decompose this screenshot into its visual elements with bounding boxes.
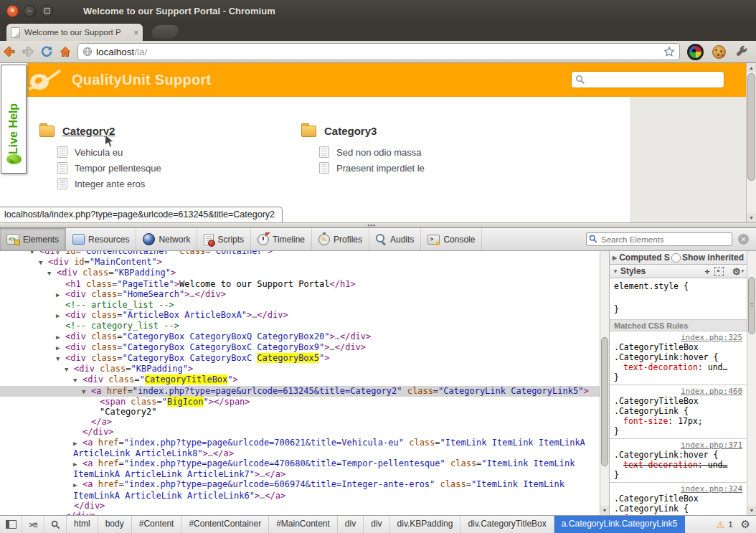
dom-tree-node[interactable]: ▼<div class="CategoryTitleBox"> [0, 374, 600, 385]
styles-settings-button[interactable]: ⚙▾ [728, 267, 744, 276]
elements-scrollbar-thumb[interactable] [601, 337, 608, 466]
statusbar-search-button[interactable] [44, 516, 67, 533]
css-selector[interactable]: .CategoryLink:hover { [614, 450, 742, 460]
dom-tree-node[interactable]: ▶<div class="CategoryBox CategoryBoxC Ca… [0, 342, 600, 353]
devtools-search-input[interactable] [586, 232, 732, 246]
dom-tree-node[interactable]: ▼<div class="KBPadding"> [0, 268, 600, 278]
dom-tree-node[interactable]: <span class="BigIcon"></span> [0, 397, 600, 407]
page-scrollbar-thumb[interactable] [747, 73, 755, 181]
dom-tree-node[interactable]: </a> [0, 417, 600, 427]
warning-icon[interactable]: ⚠ [717, 519, 725, 530]
dom-tree-node[interactable]: ▼<a href="index.php?type=page&urlcode=61… [0, 386, 600, 397]
site-search-box[interactable] [571, 71, 724, 88]
expand-arrow-icon[interactable]: ▶ [73, 438, 82, 448]
elements-scrollbar[interactable]: ▼ [600, 251, 609, 515]
expand-arrow-icon[interactable]: ▼ [73, 375, 82, 385]
breadcrumb-item[interactable]: #MainContent [269, 516, 338, 533]
expand-arrow-icon[interactable]: ▶ [73, 459, 82, 469]
article-link[interactable]: Sed non odio massa [319, 144, 425, 160]
css-property[interactable]: text-decoration: und… [614, 460, 742, 470]
scroll-down-icon[interactable]: ▼ [747, 213, 756, 222]
dom-tree-node[interactable]: ▶<div class="HomeSearch">…</div> [0, 289, 600, 300]
devtools-tab-resources[interactable]: Resources [66, 228, 136, 250]
breadcrumb-item[interactable]: body [98, 516, 132, 533]
new-tab-button[interactable] [151, 25, 180, 39]
expand-arrow-icon[interactable]: ▶ [56, 290, 65, 300]
element-style-rule[interactable]: element.style { } [610, 278, 747, 319]
devtools-tab-scripts[interactable]: Scripts [197, 228, 251, 250]
wrench-menu-icon[interactable] [734, 45, 749, 58]
dom-tree-node[interactable]: ▶<a href="index.php?type=page&urlcode=60… [0, 479, 600, 500]
css-rule-source-link[interactable]: index.php:460 [681, 387, 742, 396]
page-scrollbar[interactable]: ▲ ▼ [746, 63, 756, 222]
dom-tree-node[interactable]: ▶<div class="ArticleBox ArticleBoxA">…</… [0, 310, 600, 321]
expand-arrow-icon[interactable]: ▼ [47, 268, 57, 278]
expand-arrow-icon[interactable]: ▶ [56, 343, 65, 353]
devtools-splitter[interactable]: ⋯ [0, 222, 756, 228]
breadcrumb-item[interactable]: div [364, 516, 389, 533]
dom-tree-node[interactable]: "Category2" [0, 407, 600, 417]
window-minimize-button[interactable]: – [24, 5, 36, 17]
search-clear-icon[interactable]: ✕ [738, 234, 749, 245]
cookie-extension-icon[interactable] [712, 45, 726, 59]
dom-tree-node[interactable]: ▼<div id="MainContent"> [0, 257, 600, 268]
breadcrumb-item[interactable]: html [67, 516, 98, 533]
styles-section-header[interactable]: ▼ Styles + ⚙▾ [610, 265, 747, 278]
forward-button[interactable] [19, 43, 37, 60]
home-button[interactable] [56, 43, 75, 60]
dock-side-button[interactable] [0, 516, 22, 533]
live-help-tab[interactable]: Live Help [1, 65, 27, 174]
reload-button[interactable] [37, 43, 56, 60]
scroll-down-icon[interactable]: ▼ [600, 506, 609, 515]
warning-count[interactable]: 1 [728, 520, 732, 529]
dom-tree-node[interactable]: </div> [0, 501, 600, 511]
dom-tree-node[interactable]: <!-- article_list --> [0, 300, 600, 310]
dom-tree-node[interactable]: ▶<a href="index.php?type=page&urlcode=47… [0, 458, 600, 479]
devtools-tab-elements[interactable]: Elements [0, 228, 66, 250]
show-inherited-checkbox[interactable] [671, 253, 681, 263]
dom-tree-node[interactable]: ▼<div class="KBPadding"> [0, 364, 600, 374]
expand-arrow-icon[interactable]: ▼ [30, 251, 39, 257]
breadcrumb-item[interactable]: div.KBPadding [390, 516, 461, 533]
css-selector[interactable]: .CategoryTitleBox [614, 396, 742, 406]
article-link[interactable]: Tempor pellentesque [57, 160, 161, 176]
computed-style-section-header[interactable]: ▶ Computed Style Show inherited [610, 251, 747, 265]
collapsed-arrow-icon[interactable]: ▶ [613, 255, 617, 261]
url-text[interactable]: localhost/la/ [96, 47, 663, 57]
devtools-tab-console[interactable]: Console [421, 228, 482, 250]
browser-tab[interactable]: Welcome to our Support P × [6, 23, 143, 41]
category-title-link[interactable]: Category3 [324, 125, 377, 137]
expand-arrow-icon[interactable]: ▶ [56, 311, 65, 321]
css-selector[interactable]: .CategoryLink { [614, 504, 742, 514]
breadcrumb-item[interactable]: a.CategoryLink.CategoryLink5 [554, 516, 685, 533]
expand-arrow-icon[interactable]: ▶ [56, 332, 65, 342]
devtools-tab-timeline[interactable]: Timeline [251, 228, 312, 250]
scroll-up-icon[interactable]: ▲ [747, 63, 756, 72]
site-search-input[interactable] [588, 74, 724, 85]
breadcrumb-item[interactable]: #Content [132, 516, 182, 533]
breadcrumb-item[interactable]: div.CategoryTitleBox [460, 516, 554, 533]
dom-tree-node[interactable]: ▼<div id="ContentContainer" class="Conta… [0, 251, 600, 257]
dom-tree-node[interactable]: ▶<a href="index.php?type=page&urlcode=70… [0, 438, 600, 458]
css-property[interactable]: text-decoration: und… [614, 362, 742, 372]
dom-tree-node[interactable]: </div> [0, 427, 600, 437]
back-button[interactable] [0, 43, 19, 60]
element-style-blank[interactable] [614, 292, 742, 303]
bookmark-star-icon[interactable] [663, 46, 675, 57]
devtools-tab-audits[interactable]: Audits [369, 228, 421, 250]
css-selector[interactable]: .CategoryLink:hover { [614, 352, 742, 362]
window-close-button[interactable]: × [6, 5, 19, 17]
settings-gear-icon[interactable]: ⚙ [741, 518, 750, 531]
window-maximize-button[interactable] [41, 5, 53, 17]
dom-tree-node[interactable]: ▶<div class="CategoryBox CategoryBoxQ Ca… [0, 331, 600, 342]
devtools-tab-network[interactable]: Network [136, 228, 197, 250]
camera-lens-extension-icon[interactable] [687, 44, 704, 60]
devtools-tab-profiles[interactable]: Profiles [312, 228, 369, 250]
dom-tree-node[interactable]: <!-- category_list --> [0, 321, 600, 331]
new-style-rule-plus-icon[interactable]: + [704, 267, 710, 276]
article-link[interactable]: Integer ante eros [57, 176, 161, 192]
dom-tree-node[interactable]: <h1 class="PageTitle">Welcome to our Sup… [0, 279, 600, 289]
tab-close-icon[interactable]: × [134, 28, 138, 37]
css-selector[interactable]: .CategoryTitleBox [614, 494, 742, 504]
css-property[interactable]: font-size: 17px; [614, 416, 742, 426]
